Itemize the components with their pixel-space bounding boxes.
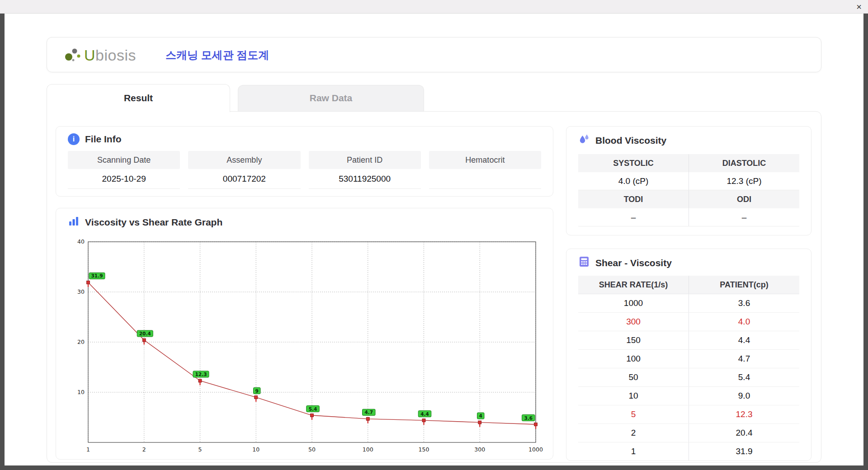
shear-viscosity-title: Shear - Viscosity xyxy=(595,258,672,268)
field-patient-id: Patient ID 53011925000 xyxy=(309,151,421,189)
svg-text:5.4: 5.4 xyxy=(309,406,317,412)
info-icon: i xyxy=(68,133,80,145)
graph-header: Viscosity vs Shear Rate Graph xyxy=(56,208,553,233)
table-row: 1 31.9 xyxy=(578,442,799,461)
systolic-value: 4.0 (cP) xyxy=(578,172,689,190)
field-scanning-date: Scanning Date 2025-10-29 xyxy=(68,151,180,189)
svg-text:4.7: 4.7 xyxy=(364,409,373,415)
table-row: 5 12.3 xyxy=(578,405,799,424)
bar-chart-icon xyxy=(68,215,80,229)
tab-raw-data[interactable]: Raw Data xyxy=(238,85,424,111)
table-header-row: SHEAR RATE(1/s) PATIENT(cp) xyxy=(578,276,799,294)
app-header: Ubiosis 스캐닝 모세관 점도계 xyxy=(47,37,821,72)
table-row: TODI ODI xyxy=(578,190,799,208)
table-row: 1000 3.6 xyxy=(578,294,799,313)
table-row: 10 9.0 xyxy=(578,387,799,405)
svg-text:1000: 1000 xyxy=(528,446,543,453)
viscosity-graph-card: Viscosity vs Shear Rate Graph 1020304012… xyxy=(56,208,553,460)
svg-text:40: 40 xyxy=(77,238,85,245)
shear-rate-cell: 50 xyxy=(578,368,689,386)
todi-value: – xyxy=(578,208,689,226)
file-info-card: i File Info Scanning Date 2025-10-29 Ass… xyxy=(56,126,553,197)
tab-result[interactable]: Result xyxy=(47,84,230,112)
page-title: 스캐닝 모세관 점도계 xyxy=(165,38,269,73)
shear-rate-column-header: SHEAR RATE(1/s) xyxy=(578,276,689,294)
shear-rate-cell: 1000 xyxy=(578,294,689,312)
close-icon[interactable]: × xyxy=(856,0,862,13)
svg-text:12.3: 12.3 xyxy=(195,371,207,377)
svg-text:300: 300 xyxy=(474,446,485,453)
app-window: Ubiosis 스캐닝 모세관 점도계 Result Raw Data i Fi… xyxy=(5,14,863,465)
field-value: 000717202 xyxy=(188,169,300,189)
svg-text:10: 10 xyxy=(77,389,85,395)
svg-text:100: 100 xyxy=(363,446,373,453)
svg-text:2: 2 xyxy=(142,446,146,453)
shear-rate-cell: 300 xyxy=(578,313,689,331)
patient-cell: 4.4 xyxy=(689,331,799,349)
table-row: 2 20.4 xyxy=(578,424,799,442)
svg-text:30: 30 xyxy=(77,288,85,295)
svg-text:20.4: 20.4 xyxy=(139,331,151,336)
shear-viscosity-header: Shear - Viscosity xyxy=(566,249,811,274)
table-row: – – xyxy=(578,208,799,226)
field-hematocrit: Hematocrit xyxy=(429,151,541,189)
svg-text:150: 150 xyxy=(419,446,429,453)
svg-text:50: 50 xyxy=(308,446,316,453)
field-label: Scanning Date xyxy=(68,151,180,169)
field-label: Assembly xyxy=(188,151,300,169)
table-row: 50 5.4 xyxy=(578,368,799,387)
svg-text:9: 9 xyxy=(255,388,259,394)
table-row: 100 4.7 xyxy=(578,350,799,368)
file-info-title: File Info xyxy=(85,134,122,145)
patient-column-header: PATIENT(cp) xyxy=(689,276,799,294)
patient-cell: 9.0 xyxy=(689,387,799,405)
patient-cell: 31.9 xyxy=(689,442,799,461)
table-row: 4.0 (cP) 12.3 (cP) xyxy=(578,172,799,190)
svg-text:1: 1 xyxy=(86,446,90,453)
shear-viscosity-table: SHEAR RATE(1/s) PATIENT(cp) 1000 3.6 300… xyxy=(578,276,799,461)
svg-text:5: 5 xyxy=(198,446,202,453)
patient-cell: 4.0 xyxy=(689,313,799,331)
window-titlebar: × xyxy=(0,0,868,14)
svg-text:31.9: 31.9 xyxy=(91,273,103,278)
blood-viscosity-title: Blood Viscosity xyxy=(595,135,666,146)
shear-rate-cell: 2 xyxy=(578,424,689,442)
patient-cell: 20.4 xyxy=(689,424,799,442)
blood-viscosity-card: Blood Viscosity SYSTOLIC DIASTOLIC 4.0 (… xyxy=(566,126,811,235)
shear-rate-cell: 100 xyxy=(578,350,689,368)
svg-text:20: 20 xyxy=(77,338,85,345)
shear-rate-cell: 150 xyxy=(578,331,689,349)
ubiosis-logo-icon xyxy=(63,44,82,66)
table-row: 300 4.0 xyxy=(578,313,799,331)
blood-viscosity-header: Blood Viscosity xyxy=(566,127,811,151)
systolic-header: SYSTOLIC xyxy=(578,154,689,172)
viscosity-chart: 102030401251050100150300100031.920.412.3… xyxy=(63,235,552,460)
svg-text:4.4: 4.4 xyxy=(420,411,429,417)
table-row: 150 4.4 xyxy=(578,331,799,350)
blood-viscosity-table: SYSTOLIC DIASTOLIC 4.0 (cP) 12.3 (cP) TO… xyxy=(578,154,799,226)
table-icon xyxy=(578,256,590,270)
patient-cell: 4.7 xyxy=(689,350,799,368)
field-assembly: Assembly 000717202 xyxy=(188,151,300,189)
diastolic-header: DIASTOLIC xyxy=(689,154,799,172)
logo-text: Ubiosis xyxy=(84,47,136,64)
shear-rate-cell: 1 xyxy=(578,442,689,461)
droplet-icon xyxy=(578,133,590,147)
table-row: SYSTOLIC DIASTOLIC xyxy=(578,154,799,172)
odi-value: – xyxy=(689,208,799,226)
graph-title: Viscosity vs Shear Rate Graph xyxy=(85,217,222,228)
diastolic-value: 12.3 (cP) xyxy=(689,172,799,190)
file-info-fields: Scanning Date 2025-10-29 Assembly 000717… xyxy=(56,149,553,189)
svg-text:3.6: 3.6 xyxy=(524,415,533,421)
todi-header: TODI xyxy=(578,190,689,208)
patient-cell: 3.6 xyxy=(689,294,799,312)
svg-text:4: 4 xyxy=(479,413,482,418)
field-value xyxy=(429,169,541,189)
patient-cell: 5.4 xyxy=(689,368,799,386)
shear-rate-cell: 5 xyxy=(578,405,689,423)
field-value: 53011925000 xyxy=(309,169,421,189)
file-info-header: i File Info xyxy=(56,127,553,149)
odi-header: ODI xyxy=(689,190,799,208)
shear-rate-cell: 10 xyxy=(578,387,689,405)
result-panel: i File Info Scanning Date 2025-10-29 Ass… xyxy=(47,111,821,463)
